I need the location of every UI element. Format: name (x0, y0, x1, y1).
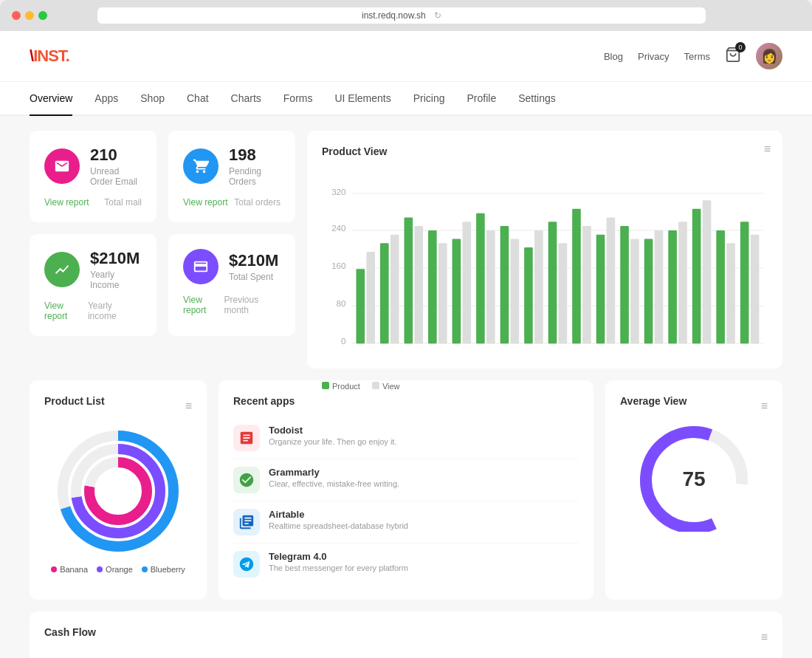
svg-rect-43 (740, 222, 749, 343)
url-text: inst.redq.now.sh (362, 10, 426, 21)
browser-window: inst.redq.now.sh ↻ \INST. Blog Privacy T… (0, 0, 812, 658)
grammarly-icon (233, 467, 260, 493)
nav-chat[interactable]: Chat (187, 82, 209, 116)
orders-icon (183, 148, 219, 184)
todoist-icon (233, 425, 260, 451)
svg-text:75: 75 (682, 467, 705, 490)
main-nav: Overview Apps Shop Chat Charts Forms UI … (0, 82, 812, 116)
svg-rect-20 (462, 222, 471, 343)
product-view-title: Product View (322, 145, 768, 157)
main-content: 210 Unread Order Email View report Total… (0, 116, 812, 658)
privacy-link[interactable]: Privacy (638, 51, 670, 62)
svg-rect-29 (572, 209, 581, 343)
svg-rect-16 (414, 226, 423, 343)
todoist-name: Todoist (269, 425, 396, 436)
svg-rect-40 (703, 200, 712, 343)
svg-rect-33 (620, 226, 629, 343)
income-icon (44, 252, 80, 287)
svg-rect-14 (390, 235, 399, 344)
average-view-menu[interactable]: ≡ (761, 400, 768, 413)
terms-link[interactable]: Terms (684, 51, 710, 62)
svg-rect-32 (607, 217, 616, 343)
app-item-todoist: Todoist Organize your life. Then go enjo… (233, 417, 579, 459)
svg-rect-12 (366, 252, 375, 343)
svg-rect-23 (500, 226, 509, 343)
cash-flow-menu[interactable]: ≡ (761, 631, 768, 644)
pending-orders-view-report[interactable]: View report (183, 197, 227, 208)
browser-body: \INST. Blog Privacy Terms 0 👩 Overv (0, 31, 812, 658)
svg-rect-28 (559, 243, 568, 343)
yearly-income-card: $210M Yearly Income View report Yearly i… (30, 234, 156, 336)
unread-email-card: 210 Unread Order Email View report Total… (30, 131, 156, 222)
donut-legend: Banana Orange Blueberry (44, 565, 192, 574)
svg-rect-22 (486, 230, 495, 343)
gauge-wrap: 75 (620, 417, 768, 528)
product-list-menu[interactable]: ≡ (185, 400, 192, 413)
traffic-lights (12, 11, 47, 20)
average-view-title: Average View (620, 395, 687, 407)
nav-profile[interactable]: Profile (467, 82, 497, 116)
nav-charts[interactable]: Charts (231, 82, 261, 116)
recent-apps-title: Recent apps (233, 395, 579, 407)
reload-icon[interactable]: ↻ (434, 10, 441, 21)
total-spent-view-report[interactable]: View report (183, 295, 224, 315)
svg-text:320: 320 (331, 187, 345, 196)
svg-rect-39 (692, 209, 701, 343)
spent-icon (183, 249, 219, 284)
nav-settings[interactable]: Settings (518, 82, 556, 116)
product-list-title: Product List (44, 395, 105, 407)
svg-text:80: 80 (337, 298, 346, 308)
svg-rect-42 (726, 243, 735, 343)
svg-rect-41 (716, 230, 725, 343)
unread-email-label: Unread Order Email (90, 166, 142, 187)
total-spent-card: $210M Total Spent View report Previous m… (168, 234, 295, 336)
site-header: \INST. Blog Privacy Terms 0 👩 (0, 31, 812, 82)
airtable-desc: Realtime spreadsheet-database hybrid (269, 521, 408, 530)
nav-ui-elements[interactable]: UI Elements (334, 82, 390, 116)
second-row: Product List ≡ (30, 380, 782, 600)
nav-shop[interactable]: Shop (140, 82, 165, 116)
nav-apps[interactable]: Apps (94, 82, 118, 116)
close-button[interactable] (12, 11, 21, 20)
cart-button[interactable]: 0 (725, 47, 741, 66)
unread-email-view-report[interactable]: View report (44, 197, 89, 208)
nav-overview[interactable]: Overview (30, 82, 72, 116)
donut-chart-wrap (44, 425, 192, 558)
address-bar[interactable]: inst.redq.now.sh ↻ (97, 7, 706, 24)
total-spent-label: Total Spent (229, 272, 278, 282)
unread-email-number: 210 (90, 145, 142, 165)
blog-link[interactable]: Blog (604, 51, 623, 62)
maximize-button[interactable] (38, 11, 47, 20)
total-spent-number: $210M (229, 251, 278, 270)
pending-orders-sub: Total orders (234, 197, 281, 208)
product-view-chart-card: Product View ≡ 320 240 160 80 0 (307, 131, 782, 369)
minimize-button[interactable] (25, 11, 34, 20)
telegram-icon (233, 551, 260, 578)
product-list-card: Product List ≡ (30, 380, 207, 600)
user-avatar[interactable]: 👩 (756, 43, 782, 69)
yearly-income-view-report[interactable]: View report (44, 301, 88, 321)
stats-column: 210 Unread Order Email View report Total… (30, 131, 295, 369)
svg-rect-27 (548, 222, 557, 343)
pending-orders-number: 198 (229, 145, 281, 165)
product-view-menu[interactable]: ≡ (764, 143, 771, 156)
svg-rect-38 (678, 222, 687, 343)
donut-svg (52, 425, 185, 558)
nav-forms[interactable]: Forms (283, 82, 313, 116)
app-item-telegram: Telegram 4.0 The best messenger for ever… (233, 544, 579, 585)
todoist-desc: Organize your life. Then go enjoy it. (269, 437, 396, 446)
svg-rect-15 (405, 217, 413, 343)
app-item-airtable: Airtable Realtime spreadsheet-database h… (233, 501, 579, 544)
svg-rect-17 (428, 230, 437, 343)
yearly-income-number: $210M (90, 249, 142, 268)
airtable-icon (233, 509, 260, 535)
grammarly-name: Grammarly (269, 467, 399, 478)
cash-flow-card: Cash Flow ≡ 60.00 30.00 0.00 (30, 611, 782, 658)
svg-rect-25 (524, 247, 533, 343)
header-right: Blog Privacy Terms 0 👩 (604, 43, 782, 69)
yearly-income-label: Yearly Income (90, 270, 142, 290)
svg-text:240: 240 (331, 223, 345, 233)
telegram-name: Telegram 4.0 (269, 551, 408, 562)
svg-rect-18 (438, 243, 447, 343)
nav-pricing[interactable]: Pricing (413, 82, 445, 116)
